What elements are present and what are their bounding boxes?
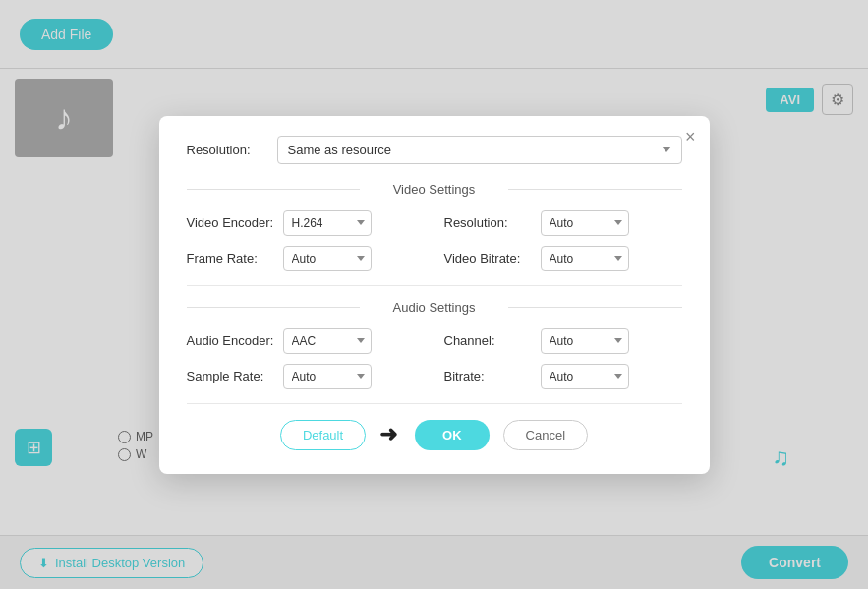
frame-rate-row: Frame Rate: Auto bbox=[187, 246, 425, 271]
sample-rate-row: Sample Rate: Auto bbox=[187, 364, 425, 389]
button-row: Default ➜ OK Cancel bbox=[187, 420, 682, 450]
modal-close-button[interactable]: × bbox=[685, 128, 696, 146]
video-bitrate-select[interactable]: Auto bbox=[541, 246, 629, 271]
audio-bitrate-label: Bitrate: bbox=[444, 369, 533, 383]
cancel-button[interactable]: Cancel bbox=[503, 420, 588, 450]
ok-button[interactable]: OK bbox=[415, 420, 490, 450]
modal-overlay: × Resolution: Same as resource 1920x1080… bbox=[0, 0, 868, 589]
divider-2 bbox=[187, 403, 682, 404]
audio-bitrate-row: Bitrate: Auto bbox=[444, 364, 682, 389]
channel-select[interactable]: Auto bbox=[541, 328, 629, 354]
audio-encoder-row: Audio Encoder: AAC MP3 bbox=[187, 328, 425, 354]
video-encoder-select[interactable]: H.264 H.265 bbox=[283, 210, 372, 236]
default-button[interactable]: Default bbox=[280, 420, 366, 450]
video-resolution-select[interactable]: Auto bbox=[541, 210, 629, 236]
video-bitrate-row: Video Bitrate: Auto bbox=[444, 246, 682, 271]
video-encoder-label: Video Encoder: bbox=[187, 215, 275, 230]
audio-encoder-select[interactable]: AAC MP3 bbox=[283, 328, 372, 354]
video-resolution-row: Resolution: Auto bbox=[444, 210, 682, 236]
video-resolution-label: Resolution: bbox=[444, 215, 533, 230]
audio-settings-header: Audio Settings bbox=[187, 300, 682, 315]
audio-settings-grid: Audio Encoder: AAC MP3 Channel: Auto Sam… bbox=[187, 328, 682, 389]
app-background: Add File ♪ AVI ⚙ ⊞ MP W ♫ bbox=[0, 0, 868, 589]
video-encoder-row: Video Encoder: H.264 H.265 bbox=[187, 210, 425, 236]
arrow-icon: ➜ bbox=[379, 422, 397, 447]
sample-rate-select[interactable]: Auto bbox=[283, 364, 372, 389]
audio-encoder-label: Audio Encoder: bbox=[187, 333, 275, 348]
sample-rate-label: Sample Rate: bbox=[187, 369, 275, 383]
resolution-select[interactable]: Same as resource 1920x1080 1280x720 bbox=[277, 136, 682, 164]
resolution-label: Resolution: bbox=[187, 143, 265, 157]
divider-1 bbox=[187, 285, 682, 286]
resolution-row: Resolution: Same as resource 1920x1080 1… bbox=[187, 136, 682, 164]
audio-bitrate-select[interactable]: Auto bbox=[541, 364, 629, 389]
channel-label: Channel: bbox=[444, 333, 533, 348]
frame-rate-label: Frame Rate: bbox=[187, 251, 275, 265]
frame-rate-select[interactable]: Auto bbox=[283, 246, 372, 271]
video-settings-grid: Video Encoder: H.264 H.265 Resolution: A… bbox=[187, 210, 682, 271]
channel-row: Channel: Auto bbox=[444, 328, 682, 354]
video-bitrate-label: Video Bitrate: bbox=[444, 251, 533, 265]
video-settings-header: Video Settings bbox=[187, 182, 682, 197]
settings-modal: × Resolution: Same as resource 1920x1080… bbox=[159, 116, 710, 474]
